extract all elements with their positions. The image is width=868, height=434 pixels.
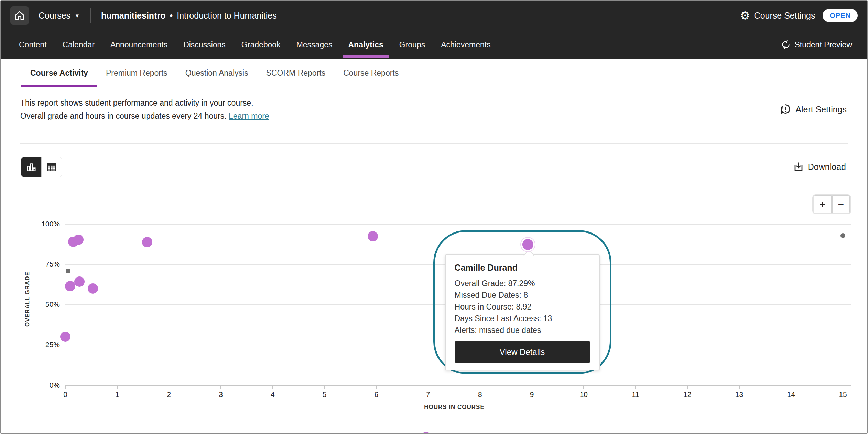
- selected-data-point[interactable]: [522, 239, 533, 250]
- data-point-students[interactable]: [73, 235, 84, 245]
- data-point-students[interactable]: [74, 276, 85, 287]
- x-axis-line: [65, 385, 851, 386]
- x-tick-label: 2: [159, 390, 179, 399]
- analytics-page: Courses ▼ humanitiesintro • Introduction…: [0, 0, 868, 434]
- x-tick: [376, 386, 377, 389]
- x-tick-label: 10: [573, 390, 594, 399]
- x-tick-label: 11: [625, 390, 646, 399]
- data-point-students[interactable]: [60, 332, 70, 342]
- x-tick: [324, 386, 325, 389]
- data-point-gray-students[interactable]: [840, 233, 845, 238]
- tooltip-missed-due-dates: Missed Due Dates: 8: [455, 289, 590, 301]
- gridline-100%: [65, 224, 851, 225]
- x-tick-label: 13: [729, 390, 750, 399]
- x-axis-title: HOURS IN COURSE: [386, 404, 523, 411]
- y-tick-label: 25%: [22, 340, 60, 349]
- x-tick: [220, 386, 221, 389]
- data-point-gray-students[interactable]: [66, 269, 70, 273]
- x-tick: [117, 386, 118, 389]
- x-tick-label: 6: [366, 390, 387, 399]
- tooltip-hours-in-course: Hours in Course: 8.92: [455, 301, 590, 313]
- x-tick-label: 0: [55, 390, 76, 399]
- tooltip-days-since-last-access: Days Since Last Access: 13: [455, 313, 590, 324]
- data-point-students[interactable]: [368, 231, 378, 241]
- data-point-students[interactable]: [142, 237, 152, 247]
- x-tick-label: 4: [262, 390, 283, 399]
- x-tick-label: 8: [470, 390, 490, 399]
- x-tick: [428, 386, 428, 389]
- x-tick-label: 9: [522, 390, 542, 399]
- data-point-students[interactable]: [65, 281, 75, 291]
- x-tick-label: 7: [418, 390, 438, 399]
- scatter-chart[interactable]: OVERALL GRADE HOURS IN COURSE Camille Du…: [1, 1, 867, 433]
- x-tick: [65, 386, 66, 389]
- tooltip-student-name: Camille Durand: [455, 263, 590, 273]
- x-tick-label: 3: [210, 390, 231, 399]
- student-tooltip: Camille Durand Overall Grade: 87.29% Mis…: [445, 254, 600, 370]
- y-tick-label: 100%: [22, 220, 60, 228]
- x-tick-label: 1: [107, 390, 128, 399]
- x-tick: [169, 386, 169, 389]
- y-tick-label: 50%: [22, 300, 60, 308]
- x-tick: [687, 386, 688, 389]
- tooltip-overall-grade: Overall Grade: 87.29%: [455, 278, 590, 289]
- y-tick-label: 75%: [22, 260, 60, 268]
- x-tick-label: 5: [314, 390, 335, 399]
- x-tick: [739, 386, 740, 389]
- x-tick: [791, 386, 791, 389]
- x-tick: [843, 386, 843, 389]
- y-tick-label: 0%: [22, 381, 60, 389]
- x-tick: [635, 386, 636, 389]
- partial-data-point-bottom[interactable]: [420, 432, 432, 434]
- x-tick: [480, 386, 480, 389]
- x-tick: [583, 386, 584, 389]
- x-tick: [532, 386, 532, 389]
- tooltip-alerts: Alerts: missed due dates: [455, 324, 590, 336]
- x-tick: [272, 386, 273, 389]
- x-tick-label: 14: [781, 390, 801, 399]
- data-point-students[interactable]: [88, 283, 98, 294]
- x-tick-label: 12: [677, 390, 698, 399]
- view-details-button[interactable]: View Details: [455, 341, 590, 363]
- x-tick-label: 15: [833, 390, 853, 399]
